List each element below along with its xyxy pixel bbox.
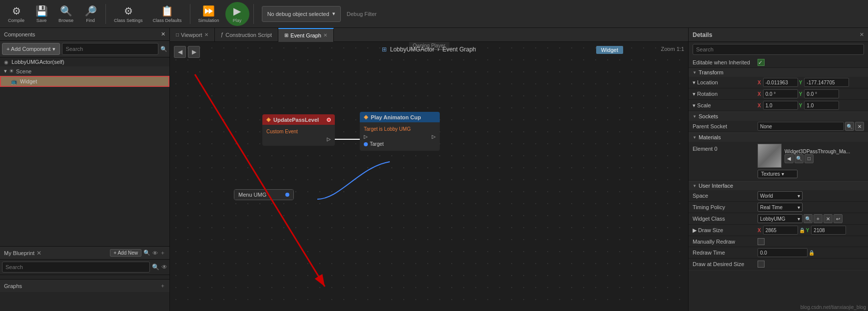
lobby-actor-item[interactable]: ◉ LobbyUMGActor(self) (0, 57, 169, 66)
rotation-x-input[interactable] (763, 89, 798, 98)
event-graph-tab-close[interactable]: ✕ (323, 32, 327, 38)
location-values: X Y (758, 78, 864, 87)
bp-eye-icon: 👁 (152, 250, 158, 256)
scale-chevron-icon: ▾ (693, 102, 696, 108)
tab-viewport[interactable]: □ Viewport ✕ (170, 28, 215, 42)
details-search-input[interactable] (693, 44, 864, 55)
textures-dropdown[interactable]: Textures ▾ (758, 170, 798, 178)
timing-policy-dropdown[interactable]: Real Time ▾ (758, 203, 803, 212)
materials-label: Materials (699, 134, 721, 140)
viewport-tab-icon: □ (176, 32, 179, 37)
socket-actions: 🔍 ✕ (845, 122, 864, 131)
blueprint-editor[interactable]: Owning Player ◀ ▶ ⊞ LobbyUMGActor › Even… (170, 42, 688, 311)
find-button[interactable]: 🔎 Find (79, 2, 101, 26)
tab-event-graph[interactable]: ⊞ Event Graph ✕ (278, 28, 334, 42)
add-new-button[interactable]: + Add New (110, 249, 141, 257)
menu-umg-node[interactable]: Menu UMG (234, 189, 294, 200)
save-button[interactable]: 💾 Save (30, 2, 52, 26)
toolbar-separator (105, 4, 106, 24)
class-settings-button[interactable]: ⚙ Class Settings (110, 2, 147, 26)
user-interface-section: ▼ User Interface Space World ▾ Timing Po… (689, 181, 868, 270)
toolbar-separator-2 (190, 4, 190, 24)
play-node-body: Target is Lobby UMG ▷ ▷ Target (360, 122, 440, 151)
scale-y-input[interactable] (804, 101, 839, 110)
transform-header[interactable]: ▼ Transform (689, 68, 868, 77)
bp-search-icon: 🔍 (143, 250, 150, 256)
mat-back-button[interactable]: ◀ (785, 154, 794, 163)
parent-socket-input[interactable] (758, 122, 844, 131)
draw-size-y-input[interactable] (811, 226, 846, 235)
mat-search-button[interactable]: 🔍 (795, 154, 804, 163)
debug-filter-button[interactable]: No debug object selected ▾ (262, 6, 341, 22)
back-button[interactable]: ◀ (174, 46, 186, 58)
widget-class-search-button[interactable]: 🔍 (804, 214, 813, 223)
mat-browse-button[interactable]: □ (805, 154, 814, 163)
breadcrumb: ⊞ LobbyUMGActor › Event Graph (382, 46, 476, 53)
toolbar-separator-3 (253, 4, 254, 24)
rotation-y-input[interactable] (804, 89, 839, 98)
add-component-button[interactable]: + Add Component ▾ (2, 43, 60, 55)
browse-button[interactable]: 🔍 Browse (54, 2, 77, 26)
widget-class-label: Widget Class (693, 216, 758, 222)
bp-search-icon-2: 🔍 (152, 264, 159, 271)
class-defaults-button[interactable]: 📋 Class Defaults (149, 2, 186, 26)
class-defaults-icon: 📋 (161, 5, 173, 17)
widget-class-dropdown-icon: ▾ (798, 216, 800, 222)
widget-class-dropdown[interactable]: LobbyUMG ▾ (758, 214, 803, 223)
viewport-tab-close[interactable]: ✕ (204, 32, 208, 37)
update-pass-level-node[interactable]: ◈ UpdatePassLevel Custom Event ▷ (262, 114, 335, 146)
component-list: ◉ LobbyUMGActor(self) ▾ ☀ Scene 📺 Widget (0, 57, 169, 246)
find-icon: 🔎 (84, 5, 97, 17)
blueprint-close-button[interactable]: ✕ (36, 250, 41, 257)
space-dropdown[interactable]: World ▾ (758, 191, 803, 200)
forward-button[interactable]: ▶ (188, 46, 200, 58)
editable-inherited-row: Editable when Inherited ✓ (689, 57, 868, 68)
timing-policy-dropdown-icon: ▾ (798, 205, 800, 210)
compile-button[interactable]: ⚙ Compile (4, 2, 28, 26)
draw-desired-size-checkbox[interactable] (758, 261, 765, 268)
redraw-time-input[interactable] (758, 248, 808, 257)
scene-chevron-icon: ▾ (4, 68, 7, 74)
play-animation-node[interactable]: ◈ Play Animaton Cup Target is Lobby UMG … (360, 112, 440, 151)
draw-size-x-input[interactable] (763, 226, 798, 235)
debug-dropdown-icon: ▾ (332, 10, 335, 17)
graphs-add-icon[interactable]: ＋ (160, 282, 165, 290)
rotation-x-label: X (758, 91, 761, 97)
scale-x-input[interactable] (763, 101, 798, 110)
update-node-red-dot (327, 118, 331, 122)
components-close-button[interactable]: ✕ (161, 31, 165, 37)
material-actions: ◀ 🔍 □ (785, 154, 864, 163)
socket-search-button[interactable]: 🔍 (845, 122, 854, 131)
editable-inherited-checkbox[interactable]: ✓ (758, 59, 765, 66)
scale-values: X Y (758, 101, 864, 110)
search-components-input[interactable] (62, 43, 158, 55)
play-button[interactable]: ▶ Play (225, 2, 249, 26)
scene-section[interactable]: ▾ ☀ Scene (0, 66, 169, 76)
play-target-pin: Target (364, 140, 436, 148)
materials-header[interactable]: ▼ Materials (689, 133, 868, 142)
space-label: Space (693, 193, 758, 199)
simulation-button[interactable]: ⏩ Simulation (194, 2, 223, 26)
add-component-row: + Add Component ▾ 🔍 (0, 41, 169, 57)
draw-size-y-label: Y (806, 228, 810, 233)
widget-class-clear-button[interactable]: ✕ (824, 214, 833, 223)
socket-clear-button[interactable]: ✕ (855, 122, 864, 131)
tab-construction[interactable]: ƒ Construction Script (215, 28, 279, 42)
blueprint-search-input[interactable] (2, 262, 150, 273)
update-node-exec-pin: ▷ (266, 135, 331, 143)
space-row: Space World ▾ (689, 190, 868, 202)
manually-redraw-checkbox[interactable] (758, 238, 765, 245)
widget-item[interactable]: 📺 Widget (0, 76, 169, 87)
location-y-input[interactable] (804, 78, 849, 87)
rotation-row: ▾ Rotation X Y (689, 88, 868, 100)
node-connections (170, 42, 688, 311)
graphs-title: Graphs (4, 283, 22, 289)
draw-desired-size-row: Draw at Desired Size (689, 259, 868, 270)
details-close-button[interactable]: ✕ (860, 31, 864, 38)
sockets-header[interactable]: ▼ Sockets (689, 112, 868, 121)
user-interface-header[interactable]: ▼ User Interface (689, 181, 868, 190)
widget-class-arrow-button[interactable]: ↩ (834, 214, 843, 223)
location-chevron-icon: ▾ (693, 79, 696, 85)
location-x-input[interactable] (763, 78, 798, 87)
widget-class-browse-button[interactable]: + (814, 214, 823, 223)
